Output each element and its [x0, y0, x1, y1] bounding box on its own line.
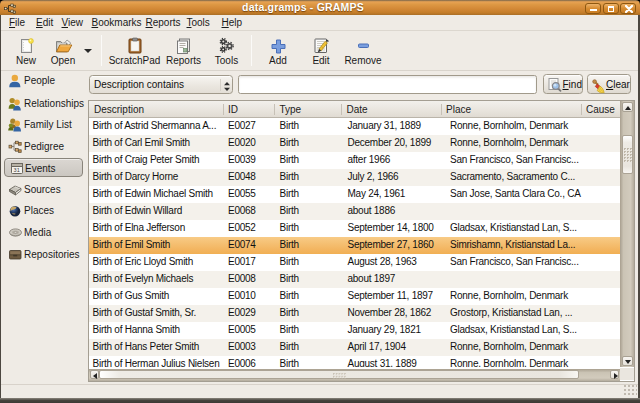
- svg-text:31: 31: [14, 166, 20, 172]
